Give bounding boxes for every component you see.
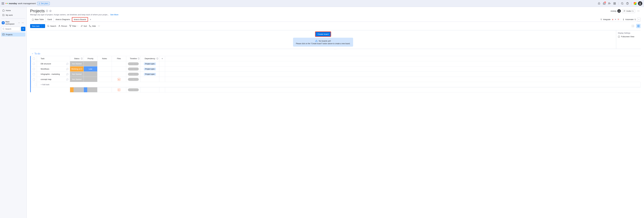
notes-cell[interactable]: [98, 66, 112, 72]
toolbar-filter[interactable]: Filter: [69, 25, 78, 27]
toolbar-sort[interactable]: Sort: [80, 25, 87, 27]
brand-logo[interactable]: monday work management: [6, 2, 36, 5]
select-all-checkbox[interactable]: [33, 58, 35, 60]
apps-icon[interactable]: [612, 1, 617, 6]
inbox-icon[interactable]: 1: [602, 1, 606, 6]
task-name-cell[interactable]: concept map: [37, 77, 70, 82]
workspace-search-input[interactable]: Search: [1, 27, 20, 31]
workspace-selector[interactable]: M Main workspace: [1, 20, 25, 26]
status-cell[interactable]: Not Started: [70, 72, 84, 77]
group-header[interactable]: To-do: [30, 52, 640, 55]
panel-resize-handle[interactable]: ⋯⋯: [30, 49, 640, 50]
search-icon[interactable]: [620, 1, 624, 6]
priority-cell[interactable]: [84, 61, 98, 66]
svg-line-9: [623, 4, 623, 4]
priority-cell[interactable]: Low: [84, 66, 98, 72]
toolbar-more[interactable]: [98, 25, 100, 27]
notifications-icon[interactable]: [597, 1, 601, 6]
svg-point-16: [3, 28, 4, 30]
invite-button[interactable]: Invite / 1: [622, 9, 635, 13]
tab-drawio-diagrams[interactable]: draw.io Diagrams: [54, 17, 72, 22]
conversation-icon[interactable]: [66, 68, 69, 70]
apps-grid-icon[interactable]: [2, 2, 4, 5]
activity-button[interactable]: Activity: [610, 9, 621, 13]
tab-drawio-boards[interactable]: draw.io Boards: [72, 17, 88, 22]
info-icon[interactable]: ⓘ: [156, 57, 158, 60]
row-checkbox[interactable]: [33, 78, 35, 80]
create-board-button[interactable]: Create board: [315, 32, 331, 37]
col-dependency[interactable]: Dependencyⓘ: [140, 56, 159, 61]
timeline-cell[interactable]: -: [126, 72, 140, 77]
collapse-header-button[interactable]: [637, 18, 640, 21]
invite-members-icon[interactable]: [607, 1, 612, 6]
status-cell[interactable]: Not Started: [70, 77, 84, 82]
col-task[interactable]: Task: [37, 56, 70, 61]
conversation-icon[interactable]: [66, 73, 69, 75]
new-task-dropdown[interactable]: [41, 24, 45, 28]
favorite-icon[interactable]: [49, 10, 52, 12]
toolbar-hide[interactable]: Hide: [89, 25, 96, 27]
col-status[interactable]: Statusⓘ: [70, 56, 84, 61]
integrate-button[interactable]: Integrate ◉ ✦ M: [600, 18, 620, 21]
files-cell[interactable]: [112, 72, 126, 77]
add-column-button[interactable]: [159, 56, 165, 61]
timeline-cell[interactable]: -: [126, 77, 140, 82]
monday-chip-icon[interactable]: [633, 1, 637, 6]
row-checkbox[interactable]: [33, 73, 35, 75]
file-thumb-icon[interactable]: ◆: [118, 78, 120, 81]
sidebar-mywork[interactable]: My work: [1, 13, 25, 17]
new-task-button[interactable]: New task: [30, 24, 45, 28]
col-notes[interactable]: Notes: [98, 56, 112, 61]
user-avatar[interactable]: [638, 1, 642, 6]
toolbar-search[interactable]: Search: [47, 25, 56, 27]
add-view-button[interactable]: [88, 17, 93, 22]
sidebar-board-projects[interactable]: Projects: [1, 33, 25, 37]
task-name-cell[interactable]: DB structure: [37, 61, 70, 66]
task-name-cell[interactable]: Infographic - marketing: [37, 72, 70, 77]
info-icon[interactable]: ⓘ: [81, 57, 83, 60]
svg-point-27: [624, 10, 624, 11]
info-icon[interactable]: ⓘ: [138, 57, 140, 60]
add-task-row[interactable]: + Add task: [31, 82, 640, 87]
files-cell[interactable]: ◆: [112, 77, 126, 82]
notes-cell[interactable]: [98, 72, 112, 77]
priority-cell[interactable]: [84, 77, 98, 82]
tab-gantt[interactable]: Gantt: [46, 17, 54, 22]
col-timeline[interactable]: Timelineⓘ: [126, 56, 140, 61]
col-files[interactable]: Files: [112, 56, 126, 61]
col-priority[interactable]: Priority: [84, 56, 98, 61]
sidebar-home[interactable]: Home: [1, 8, 25, 13]
see-plans-button[interactable]: See plans: [37, 2, 50, 5]
toolbar-person[interactable]: Person: [58, 25, 67, 27]
automate-button[interactable]: Automate / 1: [621, 18, 636, 21]
see-more-link[interactable]: See More: [110, 14, 118, 16]
help-icon[interactable]: [625, 1, 630, 6]
settings-icon[interactable]: [636, 24, 640, 28]
priority-cell[interactable]: [84, 72, 98, 77]
timeline-cell[interactable]: -: [126, 61, 140, 66]
status-cell[interactable]: Working on it: [70, 66, 84, 72]
dependency-cell[interactable]: Project spec: [140, 72, 159, 77]
task-name-cell[interactable]: Workflows: [37, 66, 70, 72]
dependency-cell[interactable]: Project spec: [140, 66, 159, 72]
board-menu-button[interactable]: [636, 9, 640, 13]
dependency-cell[interactable]: Project spec: [140, 61, 159, 66]
tab-main-table[interactable]: Main Table: [30, 17, 46, 22]
files-cell[interactable]: [112, 66, 126, 72]
notes-cell[interactable]: [98, 61, 112, 66]
info-icon[interactable]: [46, 10, 48, 12]
display-settings-panel: Display Settings Fullscreen View: [616, 30, 640, 49]
files-cell[interactable]: [112, 61, 126, 66]
workspace-menu-button[interactable]: [21, 21, 25, 25]
status-cell[interactable]: Not Started: [70, 61, 84, 66]
dependency-cell[interactable]: [140, 77, 159, 82]
conversation-icon[interactable]: [66, 62, 69, 65]
timeline-cell[interactable]: -: [126, 66, 140, 72]
fullscreen-icon[interactable]: [631, 24, 635, 28]
notes-cell[interactable]: [98, 77, 112, 82]
conversation-icon[interactable]: [66, 78, 69, 81]
row-checkbox[interactable]: [33, 63, 35, 65]
add-item-button[interactable]: [21, 27, 25, 31]
row-checkbox[interactable]: [33, 68, 35, 70]
fullscreen-view-option[interactable]: Fullscreen View: [618, 36, 639, 38]
